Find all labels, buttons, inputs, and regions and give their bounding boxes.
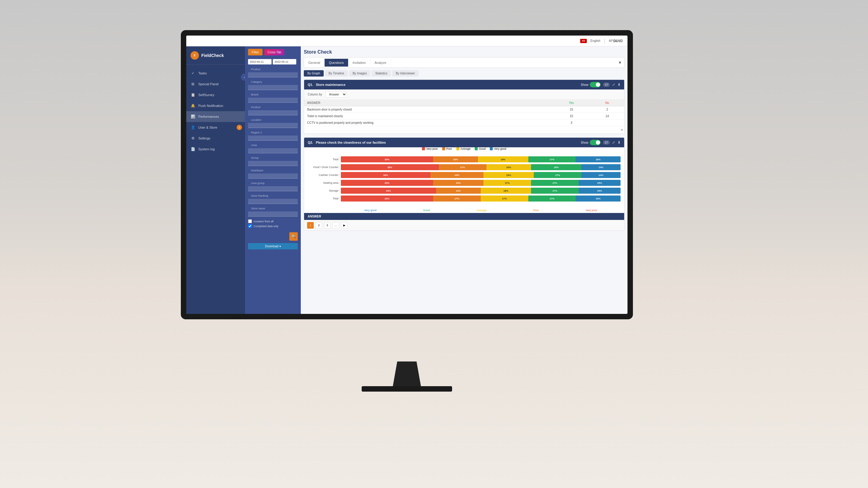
q2-count: 17 — [605, 141, 608, 144]
bar-very-good-1: 14% — [581, 164, 621, 170]
q2-expand-icon[interactable]: ⤢ — [612, 140, 615, 144]
checkbox-answers-from-all[interactable]: Answers from all — [248, 219, 298, 223]
language-flag[interactable]: EN — [580, 39, 587, 43]
score-header-very-poor: Very poor — [586, 209, 597, 212]
bar-average-3: 17% — [484, 180, 531, 186]
filter-input-area-group[interactable] — [248, 186, 298, 191]
subtab-statistics[interactable]: Statistics — [372, 70, 391, 76]
tab-expand-button[interactable]: ▾ — [616, 58, 624, 67]
q2-number: Q2. — [308, 141, 313, 144]
tab-questions-label: Questions — [329, 61, 344, 64]
q1-row3-no — [590, 120, 624, 126]
sidebar-item-system-log[interactable]: 📄 System log — [186, 144, 245, 155]
subtab-by-timeline[interactable]: By Timeline — [325, 70, 348, 76]
page-btn-2[interactable]: 2 — [315, 222, 322, 229]
q1-expand-row-icon[interactable]: ▾ — [621, 127, 623, 132]
sidebar-item-selfsurvey[interactable]: 📋 SelfSurvey — [186, 90, 245, 100]
q1-row-3: CCTV is positioned properly and properly… — [304, 120, 624, 126]
checkbox-answers-from-all-label: Answers from all — [253, 220, 274, 223]
legend-average: Average — [456, 147, 470, 150]
q1-download-icon[interactable]: ⬇ — [618, 83, 621, 87]
sidebar-item-settings[interactable]: ⚙ Settings — [186, 133, 245, 144]
crosstab-button[interactable]: Cross-Tab — [264, 49, 284, 56]
sidebar-item-user-store[interactable]: 👤 User & Store 2 — [186, 122, 245, 133]
user-store-badge: 2 — [237, 125, 242, 130]
legend-poor: Poor — [442, 147, 452, 150]
subtab-by-images[interactable]: By Images — [349, 70, 370, 76]
language-selector[interactable]: English — [590, 39, 600, 42]
q1-no-header: No — [590, 100, 624, 106]
q2-chart-bars-2: 32% 19% 18% 17% 14% — [341, 172, 621, 178]
filter-label-group: Group — [248, 155, 298, 160]
main-layout: F FieldCheck ‹ ✓ Tasks ⊞ — [186, 46, 627, 314]
bar-very-good-3: 15% — [579, 180, 621, 186]
q1-row-1: Backroom door is properly closed 15 2 — [304, 106, 624, 113]
date-to-input[interactable] — [273, 59, 296, 64]
sidebar-item-special-panel-label: Special Panel — [198, 82, 218, 86]
legend-poor-label: Poor — [446, 147, 452, 150]
bar-poor-4: 16% — [436, 188, 481, 194]
q1-toggle-knob — [596, 83, 600, 87]
download-button[interactable]: Download ▾ — [248, 243, 298, 250]
tab-questions[interactable]: Questions — [324, 59, 348, 67]
tab-analyze[interactable]: Analyze — [370, 59, 391, 67]
filter-field-region2: Region 2 — [248, 130, 298, 141]
filter-button[interactable]: Filter — [248, 49, 262, 56]
filter-input-product2[interactable] — [248, 110, 298, 116]
q1-row-2: Toilet is maintained cleanly 15 14 — [304, 113, 624, 120]
filter-label-product: Product — [248, 67, 298, 71]
page-btn-ellipsis[interactable]: ... — [333, 222, 339, 229]
checkbox-completed-data-only-input[interactable] — [248, 224, 252, 228]
selfsurvey-icon: 📋 — [190, 93, 195, 97]
logo-icon: F — [190, 51, 199, 60]
filter-input-product[interactable] — [248, 72, 298, 77]
sidebar-collapse-button[interactable]: ‹ — [241, 73, 248, 81]
sidebar-item-push-notification[interactable]: 🔔 Push Notification — [186, 100, 245, 111]
filter-input-category[interactable] — [248, 85, 298, 90]
score-header-good: Good — [423, 209, 430, 212]
q1-count: 17 — [605, 83, 608, 86]
q1-expand-icon[interactable]: ⤢ — [612, 83, 615, 87]
bar-very-good-0: 16% — [576, 156, 620, 162]
bar-good-5: 17% — [528, 195, 576, 201]
search-button[interactable]: 🔍 — [289, 232, 298, 241]
sidebar-item-performances[interactable]: 📊 Performances — [186, 111, 245, 122]
filter-input-brand[interactable] — [248, 98, 298, 103]
score-header-poor: Poor — [533, 209, 539, 212]
filter-actions: 🔍 — [245, 230, 301, 243]
page-btn-3[interactable]: 3 — [324, 222, 331, 229]
filter-input-store-name[interactable] — [248, 212, 298, 217]
q2-chart-label-5: Total — [308, 197, 341, 200]
sidebar-item-special-panel[interactable]: ⊞ Special Panel — [186, 78, 245, 90]
sidebar-item-tasks[interactable]: ✓ Tasks — [186, 68, 245, 78]
filter-input-store-ranking[interactable] — [248, 199, 298, 204]
q2-download-icon[interactable]: ⬇ — [618, 140, 621, 144]
checkbox-completed-data-only[interactable]: Completed data only — [248, 224, 298, 228]
filter-input-group[interactable] — [248, 161, 298, 166]
filter-field-location: Location — [248, 117, 298, 128]
tab-general[interactable]: General — [304, 59, 324, 67]
q1-toggle-switch[interactable] — [590, 82, 601, 87]
column-by-label: Column by — [308, 93, 322, 96]
q2-chart-row-5: Total 33% 17% 17% 17% 16% — [308, 195, 621, 201]
subtab-by-interviewer[interactable]: By Interviewer — [392, 70, 418, 76]
filter-input-region2[interactable] — [248, 135, 298, 141]
filter-input-area[interactable] — [248, 148, 298, 153]
subtab-by-graph[interactable]: By Graph — [304, 70, 324, 76]
filter-field-store-ranking: Store Ranking — [248, 193, 298, 204]
q1-row2-yes: 15 — [553, 113, 590, 120]
q1-row3-answer: CCTV is positioned properly and properly… — [304, 120, 553, 126]
legend-very-poor-label: Very poor — [426, 147, 438, 150]
filter-input-distributor[interactable] — [248, 173, 298, 178]
page-btn-1[interactable]: 1 — [307, 222, 314, 229]
app-name: FieldCheck — [201, 53, 224, 58]
q1-column-by-row: Column by Answer — [304, 90, 624, 100]
page-btn-next[interactable]: ▶ — [341, 222, 347, 229]
q2-toggle-switch[interactable] — [590, 140, 601, 145]
checkbox-answers-from-all-input[interactable] — [248, 219, 252, 223]
date-from-input[interactable] — [248, 59, 272, 64]
bar-very-good-5: 16% — [576, 195, 620, 201]
filter-input-location[interactable] — [248, 123, 298, 128]
tab-invitation[interactable]: Invitation — [348, 59, 370, 67]
column-by-select[interactable]: Answer — [325, 91, 347, 98]
